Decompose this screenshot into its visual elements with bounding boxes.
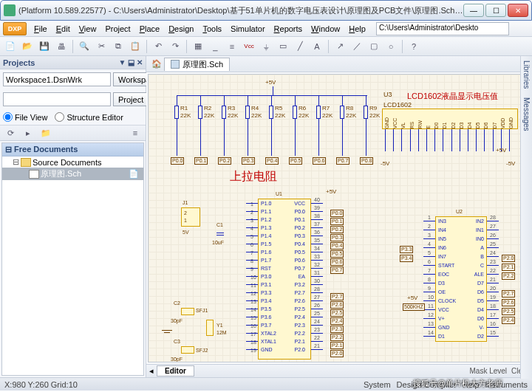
sfj1: SFJ1 — [196, 308, 208, 313]
document-tabs: 🏠 原理图.Sch — [146, 56, 532, 72]
print-icon[interactable]: 🖶 — [54, 39, 69, 54]
project-input[interactable] — [3, 92, 111, 106]
ref-y1: Y1 — [216, 323, 223, 328]
ref-j1: J1 — [183, 200, 188, 205]
cut-icon[interactable]: ✂ — [94, 39, 109, 54]
tab-editor[interactable]: Editor — [157, 365, 194, 376]
resistor-R9 — [364, 106, 368, 119]
project-button[interactable]: Project — [113, 92, 149, 106]
status-system[interactable]: System — [364, 380, 391, 389]
tree-schematic-doc[interactable]: 原理图.Sch 📄 — [2, 168, 143, 180]
menu-simulator[interactable]: Simulator — [226, 23, 269, 35]
y1-val: 12M — [216, 330, 227, 335]
editor-area: 🏠 原理图.Sch +5V R1 22K P0.0 R2 22K P0.1 — [146, 56, 532, 377]
structure-editor-radio[interactable]: Structure Editor — [55, 112, 123, 122]
save-icon[interactable]: 💾 — [37, 39, 52, 54]
rail-messages[interactable]: Messages — [521, 93, 532, 136]
window-title: (Platform 10.589.22577) - C:\Users\Admin… — [18, 5, 463, 16]
redo-icon[interactable]: ↷ — [168, 39, 183, 54]
menu-view[interactable]: View — [75, 23, 101, 35]
file-view-radio[interactable]: File View — [3, 112, 47, 122]
new-icon[interactable]: 📄 — [3, 39, 18, 54]
maximize-button[interactable]: ☐ — [485, 4, 506, 17]
project-tree[interactable]: ⊟ Free Documents ⊟Source Documents 原理图.S… — [1, 142, 144, 376]
close-button[interactable]: ✕ — [508, 4, 528, 17]
label-pullup: 上拉电阻 — [230, 169, 277, 185]
menu-reports[interactable]: Reports — [270, 23, 307, 35]
menu-edit[interactable]: Edit — [52, 23, 75, 35]
main-toolbar: 📄 📂 💾 🖶 🔍 ✂ ⧉ 📋 ↶ ↷ ▦ ⎯ ≡ Vcc ⏚ ▭ ╱ A ↗ … — [0, 37, 532, 56]
sfj2: SFJ2 — [196, 348, 208, 353]
dxp-menu[interactable]: DXP — [3, 22, 27, 35]
menu-project[interactable]: Project — [100, 23, 134, 35]
circle-icon[interactable]: ○ — [383, 39, 398, 54]
zoom-icon[interactable]: 🔍 — [77, 39, 92, 54]
line-icon[interactable]: ／ — [349, 39, 364, 54]
ref-c1: C1 — [216, 222, 223, 227]
c1-val: 10uF — [212, 240, 224, 245]
resistor-R4 — [245, 106, 250, 119]
undo-icon[interactable]: ↶ — [151, 39, 166, 54]
projects-toolbar: ⟳ ▸ 📁 ≡ — [0, 125, 146, 141]
mask-level-label[interactable]: Mask Level — [470, 367, 508, 375]
menu-design[interactable]: Design — [164, 23, 198, 35]
watermark: 搜狐号@单片机大方老师 — [413, 378, 502, 389]
menu-help[interactable]: Help — [344, 23, 370, 35]
open-icon[interactable]: 📂 — [20, 39, 35, 54]
copy-icon[interactable]: ⧉ — [111, 39, 126, 54]
menu-window[interactable]: Window — [307, 23, 344, 35]
window-titlebar: (Platform 10.589.22577) - C:\Users\Admin… — [0, 0, 532, 21]
rect-icon[interactable]: ▢ — [366, 39, 381, 54]
menu-file[interactable]: File — [30, 23, 52, 35]
text-icon[interactable]: A — [310, 39, 324, 54]
resistor-R5 — [269, 106, 273, 119]
tab-schematic[interactable]: 原理图.Sch — [164, 58, 230, 71]
ref-c2: C2 — [174, 300, 180, 306]
help-icon[interactable]: ? — [406, 39, 421, 54]
tree-root[interactable]: ⊟ Free Documents — [2, 143, 143, 157]
paste-icon[interactable]: 📋 — [128, 39, 143, 54]
lcd-title: LCD1602液晶显示电压值 — [407, 91, 498, 102]
refresh-icon[interactable]: ⟳ — [3, 125, 18, 140]
projects-header: Projects ▼ ⬓ ✕ — [0, 56, 146, 69]
u2-component — [435, 216, 487, 342]
resistor-R6 — [293, 106, 297, 119]
resistor-R8 — [340, 106, 344, 119]
vcc-icon[interactable]: Vcc — [242, 39, 256, 54]
folder-icon[interactable]: 📁 — [38, 125, 53, 140]
home-icon[interactable]: 🏠 — [149, 57, 164, 72]
ref-c3: C3 — [174, 339, 180, 344]
resistor-R7 — [316, 106, 321, 119]
resistor-R3 — [222, 106, 226, 119]
grid-icon[interactable]: ▦ — [191, 39, 205, 54]
net-icon[interactable]: ⎯ — [208, 39, 222, 54]
ref-u1: U1 — [276, 191, 282, 196]
net-n5v-1: -5V — [381, 160, 389, 167]
workspace-input[interactable] — [3, 72, 111, 86]
c3-val: 30pF — [171, 357, 183, 362]
resistor-R2 — [198, 106, 202, 119]
minimize-button[interactable]: — — [463, 4, 484, 17]
c2-val: 30pF — [171, 318, 183, 323]
wire-icon[interactable]: ╱ — [293, 39, 307, 54]
menu-tools[interactable]: Tools — [198, 23, 226, 35]
path-box[interactable]: C:\Users\Administrator\Deskto — [376, 22, 509, 35]
menu-place[interactable]: Place — [135, 23, 165, 35]
resistor-R1 — [174, 106, 179, 119]
part-icon[interactable]: ▭ — [276, 39, 290, 54]
net-clock: 500KHZ — [403, 303, 425, 311]
rail-libraries[interactable]: Libraries — [521, 56, 532, 93]
sort-icon[interactable]: ≡ — [128, 125, 143, 140]
schematic-canvas[interactable]: +5V R1 22K P0.0 R2 22K P0.1 R3 22K P0.2 … — [148, 74, 531, 362]
arrow-icon[interactable]: ↗ — [332, 39, 347, 54]
net-5v: +5V — [265, 79, 276, 86]
gnd-icon[interactable]: ⏚ — [259, 39, 273, 54]
pin-icon[interactable]: ▼ ⬓ ✕ — [119, 58, 143, 66]
tab-arrow-left[interactable]: ◂ — [149, 366, 154, 376]
tree-source-docs[interactable]: ⊟Source Documents — [2, 157, 143, 168]
status-coords: X:980 Y:260 Grid:10 — [4, 380, 78, 389]
bus-icon[interactable]: ≡ — [225, 39, 239, 54]
net-5v-lcd: +5V — [496, 147, 506, 154]
expand-icon[interactable]: ▸ — [21, 125, 35, 140]
j1-val: 5V — [183, 230, 189, 235]
